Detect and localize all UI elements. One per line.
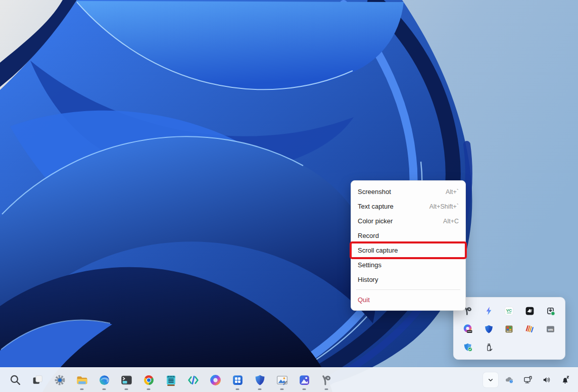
eagle-icon [524, 306, 535, 316]
taskbar-notepad-button[interactable] [160, 369, 182, 391]
taskbar-app-icons [0, 369, 338, 391]
menu-item-label: Screenshot [358, 188, 391, 195]
tray-defender-icon[interactable] [478, 324, 499, 334]
menu-item-scroll-capture[interactable]: Scroll capture [351, 243, 465, 258]
ethernet-network-icon [523, 375, 533, 385]
photos-icon [298, 374, 311, 386]
tray-download-icon[interactable] [540, 306, 561, 316]
lightning-icon [484, 306, 494, 316]
taskbar [0, 367, 578, 392]
search-icon [9, 374, 22, 386]
menu-item-label: Text capture [358, 203, 394, 210]
color-stripes-icon [524, 324, 535, 334]
taskbar-file-explorer-button[interactable] [71, 369, 93, 391]
tray-chevron-button[interactable] [483, 372, 498, 387]
menu-item-shortcut: Alt+Shift+` [429, 203, 459, 210]
defender-shield-icon [484, 324, 494, 334]
task-view-icon [31, 374, 44, 386]
menu-item-record[interactable]: Record [351, 228, 465, 243]
taskbar-shield-app-button[interactable] [249, 369, 271, 391]
tray-lightning-icon[interactable] [478, 306, 499, 316]
tray-stripes-icon[interactable] [519, 324, 540, 334]
tray-eagle-icon[interactable] [519, 306, 540, 316]
menu-item-history[interactable]: History [351, 272, 465, 287]
powertoys-icon [504, 324, 514, 334]
tray-powertoys-icon[interactable] [499, 324, 520, 334]
taskbar-terminal-button[interactable] [115, 369, 137, 391]
menu-item-label: Record [358, 232, 379, 239]
menu-item-shortcut: Alt+` [446, 188, 459, 195]
vmware-label: vm [548, 327, 553, 331]
chrome-browser-icon [142, 374, 155, 386]
gear-icon [54, 374, 66, 386]
download-tray-icon [545, 306, 556, 316]
terminal-icon [120, 374, 133, 386]
tray-overflow-popup: VC [453, 297, 565, 360]
hook-icon [320, 374, 333, 386]
tray-vc-icon[interactable]: VC [499, 306, 520, 316]
notification-bell-dnd-icon [560, 375, 570, 385]
tray-vmware-icon[interactable]: vm [540, 324, 561, 334]
menu-item-text-capture[interactable]: Text capture Alt+Shift+` [351, 199, 465, 214]
taskbar-hook-app-button[interactable] [315, 369, 338, 391]
tray-copilot-icon[interactable] [458, 324, 478, 334]
menu-item-screenshot[interactable]: Screenshot Alt+` [351, 184, 465, 199]
menu-item-label: History [358, 276, 378, 283]
shield-icon [254, 374, 266, 386]
copilot-badged-icon [463, 324, 473, 334]
desktop: VC [0, 0, 578, 392]
system-tray [483, 368, 573, 392]
tray-shield-check-icon[interactable] [458, 342, 478, 353]
menu-item-label: Quit [358, 296, 370, 304]
menu-separator [356, 289, 460, 290]
taskbar-chrome-button[interactable] [137, 369, 160, 391]
menu-item-shortcut: Alt+C [443, 218, 459, 225]
image-edit-icon [276, 374, 288, 386]
screenshot-app-context-menu: Screenshot Alt+` Text capture Alt+Shift+… [351, 180, 466, 311]
shield-check-icon [463, 342, 473, 353]
taskbar-search-button[interactable] [4, 369, 26, 391]
vc-icon: VC [504, 306, 514, 316]
taskbar-photos-button[interactable] [293, 369, 315, 391]
volume-icon [542, 375, 552, 385]
window-grid-icon [231, 374, 244, 386]
tray-volume-button[interactable] [539, 372, 554, 387]
taskbar-task-view-button[interactable] [26, 369, 49, 391]
notepad-icon [165, 374, 177, 386]
folder-icon [76, 374, 88, 386]
edge-browser-icon [98, 374, 111, 386]
tray-usb-icon[interactable] [478, 342, 499, 353]
tray-onedrive-button[interactable] [502, 372, 517, 387]
menu-item-quit[interactable]: Quit [351, 292, 465, 307]
tray-network-button[interactable] [520, 372, 536, 387]
taskbar-image-editor-button[interactable] [271, 369, 293, 391]
tray-notification-bell-button[interactable] [558, 372, 573, 387]
usb-safely-remove-icon [484, 342, 494, 353]
taskbar-edge-button[interactable] [93, 369, 115, 391]
taskbar-dev-home-button[interactable] [182, 369, 204, 391]
taskbar-copilot-button[interactable] [204, 369, 226, 391]
taskbar-app-grid-button[interactable] [226, 369, 249, 391]
menu-item-label: Settings [358, 261, 381, 269]
copilot-icon [209, 374, 222, 386]
menu-item-label: Color picker [358, 217, 393, 225]
chevron-down-icon [486, 375, 496, 385]
menu-item-color-picker[interactable]: Color picker Alt+C [351, 214, 465, 228]
menu-item-label: Scroll capture [358, 247, 398, 254]
vmware-icon: vm [545, 324, 556, 334]
menu-item-settings[interactable]: Settings [351, 258, 465, 272]
onedrive-cloud-icon [504, 375, 514, 385]
vc-label: VC [507, 308, 512, 312]
taskbar-settings-button[interactable] [49, 369, 71, 391]
code-brackets-icon [187, 374, 200, 386]
